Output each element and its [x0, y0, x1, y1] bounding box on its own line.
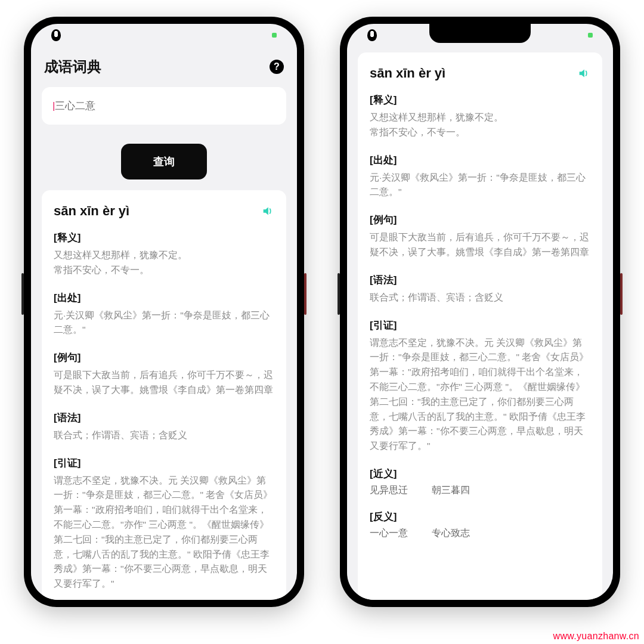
content-area[interactable]: sān xīn èr yì [释义] 又想这样又想那样，犹豫不定。常指不安心，不…: [347, 47, 613, 600]
speaker-icon[interactable]: [577, 67, 590, 80]
search-card: |三心二意: [42, 87, 286, 125]
phone-frame-right: sān xīn èr yì [释义] 又想这样又想那样，犹豫不定。常指不安心，不…: [340, 17, 620, 607]
section-label: [近义]: [370, 467, 590, 481]
section-label: [出处]: [54, 291, 274, 305]
section-body: 可是眼下大敌当前，后有追兵，你可千万不要～，迟疑不决，误了大事。姚雪垠《李自成》…: [54, 368, 274, 398]
section-citation: [引证] 谓意志不坚定，犹豫不决。元 关汉卿《救风尘》第一折："争奈是匪妓，都三…: [370, 318, 590, 454]
status-bar: [31, 24, 297, 47]
stage: 成语词典 ? |三心二意 查询 sān xīn èr yì: [0, 0, 644, 607]
section-source: [出处] 元·关汉卿《救风尘》第一折："争奈是匪妓，都三心二意。": [54, 291, 274, 338]
status-signal-icon: [588, 33, 593, 38]
section-label: [释义]: [370, 93, 590, 107]
section-label: [出处]: [370, 153, 590, 167]
section-label: [语法]: [370, 273, 590, 287]
section-body: 可是眼下大敌当前，后有追兵，你可千万不要～，迟疑不决，误了大事。姚雪垠《李自成》…: [370, 230, 590, 260]
section-source: [出处] 元·关汉卿《救风尘》第一折："争奈是匪妓，都三心二意。": [370, 153, 590, 200]
speaker-icon[interactable]: [261, 205, 274, 218]
content-area[interactable]: 成语词典 ? |三心二意 查询 sān xīn èr yì: [31, 47, 297, 600]
section-body: 元·关汉卿《救风尘》第一折："争奈是匪妓，都三心二意。": [370, 171, 590, 200]
antonym-word[interactable]: 一心一意: [370, 527, 408, 540]
section-body: 联合式；作谓语、宾语；含贬义: [54, 428, 274, 443]
section-label: [例句]: [54, 351, 274, 364]
query-button[interactable]: 查询: [121, 144, 207, 179]
antonym-row: 一心一意 专心致志: [370, 527, 590, 540]
search-value: 三心二意: [55, 100, 95, 112]
section-body: 谓意志不坚定，犹豫不决。元 关汉卿《救风尘》第一折："争奈是匪妓，都三心二意。"…: [54, 473, 274, 592]
section-body: 谓意志不坚定，犹豫不决。元 关汉卿《救风尘》第一折："争奈是匪妓，都三心二意。"…: [370, 336, 590, 454]
section-label: [反义]: [370, 510, 590, 524]
pinyin: sān xīn èr yì: [370, 66, 445, 81]
section-citation: [引证] 谓意志不坚定，犹豫不决。元 关汉卿《救风尘》第一折："争奈是匪妓，都三…: [54, 456, 274, 592]
antonym-word[interactable]: 专心致志: [432, 527, 470, 540]
result-head: sān xīn èr yì: [54, 203, 274, 219]
section-label: [释义]: [54, 231, 274, 244]
result-card: sān xīn èr yì [释义] 又想这样又想那样，犹豫不定。常指不安心，不…: [42, 190, 286, 600]
status-penguin-icon: [51, 29, 61, 41]
screen-right: sān xīn èr yì [释义] 又想这样又想那样，犹豫不定。常指不安心，不…: [347, 24, 613, 600]
watermark: www.yuanzhanw.cn: [553, 631, 639, 642]
section-example: [例句] 可是眼下大敌当前，后有追兵，你可千万不要～，迟疑不决，误了大事。姚雪垠…: [54, 351, 274, 398]
synonym-word[interactable]: 朝三暮四: [432, 484, 470, 497]
result-head: sān xīn èr yì: [370, 66, 590, 81]
synonym-row: 见异思迁 朝三暮四: [370, 484, 590, 497]
section-body: 又想这样又想那样，犹豫不定。常指不安心，不专一。: [54, 248, 274, 278]
status-penguin-icon: [367, 29, 377, 41]
status-signal-icon: [272, 33, 277, 38]
section-grammar: [语法] 联合式；作谓语、宾语；含贬义: [54, 411, 274, 443]
synonym-word[interactable]: 见异思迁: [370, 484, 408, 497]
section-label: [引证]: [370, 318, 590, 332]
section-grammar: [语法] 联合式；作谓语、宾语；含贬义: [370, 273, 590, 305]
section-definition: [释义] 又想这样又想那样，犹豫不定。常指不安心，不专一。: [370, 93, 590, 140]
header: 成语词典 ?: [42, 47, 286, 87]
section-label: [引证]: [54, 456, 274, 470]
section-body: 元·关汉卿《救风尘》第一折："争奈是匪妓，都三心二意。": [54, 308, 274, 338]
notch: [429, 24, 531, 43]
result-card: sān xīn èr yì [释义] 又想这样又想那样，犹豫不定。常指不安心，不…: [358, 52, 602, 600]
section-synonym: [近义] 见异思迁 朝三暮四: [370, 467, 590, 497]
section-body: 又想这样又想那样，犹豫不定。常指不安心，不专一。: [370, 110, 590, 140]
phone-frame-left: 成语词典 ? |三心二意 查询 sān xīn èr yì: [24, 17, 304, 607]
help-icon[interactable]: ?: [270, 60, 284, 74]
pinyin: sān xīn èr yì: [54, 203, 129, 219]
section-label: [例句]: [370, 213, 590, 227]
section-label: [语法]: [54, 411, 274, 425]
section-example: [例句] 可是眼下大敌当前，后有追兵，你可千万不要～，迟疑不决，误了大事。姚雪垠…: [370, 213, 590, 260]
search-input[interactable]: |三心二意: [52, 99, 275, 113]
section-antonym: [反义] 一心一意 专心致志: [370, 510, 590, 540]
section-definition: [释义] 又想这样又想那样，犹豫不定。常指不安心，不专一。: [54, 231, 274, 278]
screen-left: 成语词典 ? |三心二意 查询 sān xīn èr yì: [31, 24, 297, 600]
section-body: 联合式；作谓语、宾语；含贬义: [370, 290, 590, 305]
page-title: 成语词典: [44, 57, 101, 76]
